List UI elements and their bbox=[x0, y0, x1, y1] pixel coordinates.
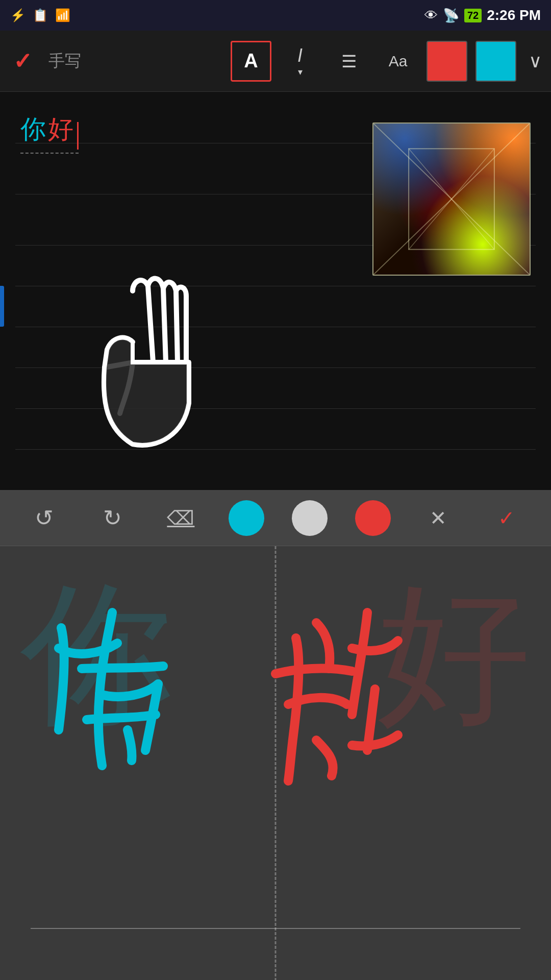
italic-button[interactable]: I ▾ bbox=[280, 41, 320, 82]
editor-area: 你 好 bbox=[0, 92, 551, 490]
color-picker-box[interactable] bbox=[372, 122, 531, 276]
preview-char-hao: 好 bbox=[48, 115, 73, 143]
confirm-hw-button[interactable]: ✓ bbox=[486, 498, 527, 538]
eraser-button[interactable]: ⌫ bbox=[160, 498, 201, 538]
wifi-icon: 📶 bbox=[55, 8, 70, 22]
handwriting-canvas[interactable]: 你 好 bbox=[0, 546, 551, 980]
status-icons-left: ⚡ 📋 📶 bbox=[10, 8, 70, 22]
undo-icon: ↺ bbox=[35, 505, 54, 531]
text-size-icon: Aa bbox=[389, 53, 408, 70]
char-ni-ghost: 你 bbox=[20, 577, 173, 730]
status-icons-right: 👁 📡 72 2:26 PM bbox=[424, 7, 541, 23]
text-cursor bbox=[77, 122, 79, 150]
close-hw-button[interactable]: ✕ bbox=[418, 498, 459, 538]
usb-icon: ⚡ bbox=[10, 8, 26, 22]
more-button[interactable]: ∨ bbox=[524, 51, 546, 72]
cyan-color-button[interactable] bbox=[229, 500, 264, 536]
eye-icon: 👁 bbox=[424, 8, 438, 23]
font-icon: A bbox=[244, 50, 258, 72]
color-red-button[interactable] bbox=[427, 41, 467, 82]
toolbar: ✓ 手写 A I ▾ ☰ Aa ∨ bbox=[0, 31, 551, 92]
white-color-button[interactable] bbox=[292, 500, 328, 536]
undo-button[interactable]: ↺ bbox=[24, 498, 65, 538]
hw-confirm-icon: ✓ bbox=[498, 506, 515, 530]
font-button[interactable]: A bbox=[231, 41, 271, 82]
color-gradient[interactable] bbox=[373, 124, 530, 275]
color-picker-svg bbox=[373, 124, 530, 275]
close-icon: ✕ bbox=[430, 506, 447, 530]
canvas-divider bbox=[275, 546, 277, 980]
italic-dropdown: ▾ bbox=[298, 66, 303, 78]
redo-button[interactable]: ↻ bbox=[92, 498, 133, 538]
color-cyan-button[interactable] bbox=[475, 41, 516, 82]
italic-icon: I bbox=[297, 45, 303, 66]
text-underline bbox=[20, 153, 79, 154]
hand-cursor bbox=[31, 260, 245, 475]
hand-cursor-svg bbox=[31, 260, 245, 475]
mode-label: 手写 bbox=[48, 50, 222, 72]
left-marker bbox=[0, 286, 4, 327]
battery-indicator: 72 bbox=[464, 9, 482, 22]
red-color-button[interactable] bbox=[355, 500, 391, 536]
handwriting-input-panel: ↺ ↻ ⌫ ✕ ✓ bbox=[0, 490, 551, 980]
status-time: 2:26 PM bbox=[487, 7, 541, 23]
preview-char-ni: 你 bbox=[20, 115, 46, 143]
align-button[interactable]: ☰ bbox=[329, 41, 369, 82]
char-hao-ghost: 好 bbox=[378, 577, 531, 730]
eraser-icon: ⌫ bbox=[167, 507, 194, 529]
text-size-button[interactable]: Aa bbox=[378, 41, 418, 82]
redo-icon: ↻ bbox=[103, 505, 122, 531]
confirm-button[interactable]: ✓ bbox=[5, 44, 40, 78]
clipboard-icon: 📋 bbox=[33, 8, 48, 22]
status-bar: ⚡ 📋 📶 👁 📡 72 2:26 PM bbox=[0, 0, 551, 31]
handwriting-preview: 你 好 bbox=[20, 112, 79, 150]
canvas-baseline bbox=[31, 928, 520, 929]
signal-icon: 📡 bbox=[443, 8, 459, 23]
hw-panel-toolbar: ↺ ↻ ⌫ ✕ ✓ bbox=[0, 490, 551, 546]
align-icon: ☰ bbox=[341, 51, 357, 71]
